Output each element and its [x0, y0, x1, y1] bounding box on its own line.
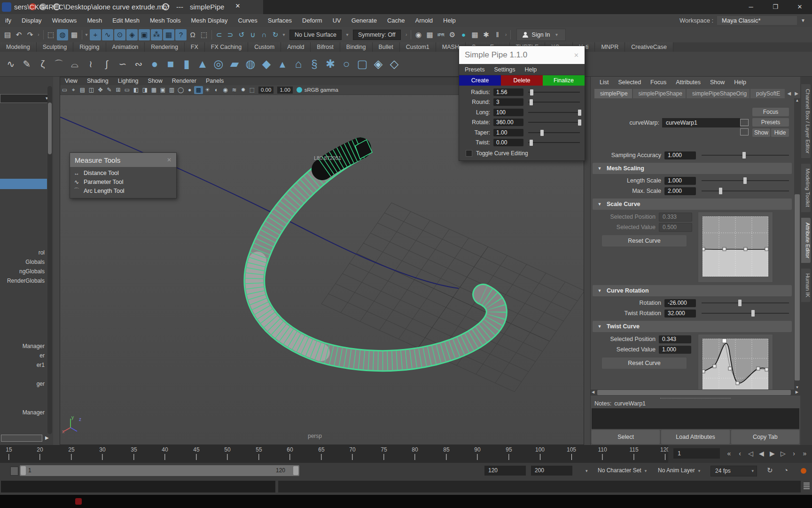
fps-dropdown[interactable]: 24 fps▾ [710, 466, 757, 476]
copy-tab-button[interactable]: Copy Tab [731, 430, 799, 444]
chevron-down-icon[interactable]: ▾ [586, 468, 588, 473]
menu-modify[interactable]: ify [0, 17, 16, 24]
selected-face-highlight[interactable] [322, 140, 372, 169]
reset-curve-button[interactable]: Reset Curve [602, 357, 687, 369]
parameter-field[interactable]: 100 [493, 109, 523, 116]
parameter-slider[interactable] [528, 119, 580, 126]
distance-tool-item[interactable]: ↔ Distance Tool [70, 168, 176, 177]
polygon-plane-icon[interactable]: ▰ [226, 55, 242, 73]
polygon-gear-icon[interactable]: ✱ [322, 55, 338, 73]
scrollbar-thumb[interactable] [597, 390, 791, 395]
measure-tools-header[interactable]: Measure Tools ✕ [70, 153, 176, 167]
textured-icon[interactable]: ▩ [194, 86, 203, 94]
menu-arnold[interactable]: Arnold [410, 17, 438, 24]
ae-tab-simplepipe[interactable]: simplePipe [594, 89, 632, 98]
parameter-slider[interactable] [528, 99, 580, 105]
list-item[interactable]: rol [39, 249, 45, 256]
step-forward-frame-button[interactable]: › [789, 448, 799, 459]
polygon-prism-icon[interactable]: ⌂ [290, 55, 306, 73]
ae-menu-attributes[interactable]: Attributes [671, 79, 705, 86]
panel-menu-lighting[interactable]: Lighting [113, 77, 143, 85]
snap-together-icon[interactable]: ⁂ [151, 29, 162, 40]
shelf-tab-creativecase[interactable]: CreativeCase [625, 42, 673, 52]
ep-curve-tool-icon[interactable]: ∿ [3, 55, 19, 73]
left-panel-vertical-scrollbar[interactable] [47, 86, 52, 434]
chevron-down-icon[interactable]: ▼ [593, 324, 607, 329]
play-backwards-button[interactable]: ◀ [756, 448, 767, 459]
dropdown-arrow-icon[interactable]: ▾ [84, 29, 89, 40]
attribute-field[interactable]: 2.000 [664, 187, 696, 195]
view-transform-value[interactable]: sRGB gamma [304, 87, 338, 93]
close-icon[interactable]: ✕ [167, 157, 172, 163]
two-point-arc-icon[interactable]: ⌒ [51, 55, 67, 73]
panel-menu-shading[interactable]: Shading [82, 77, 113, 85]
snap-to-projected-center-icon[interactable]: ◈ [126, 29, 138, 40]
render-settings-icon[interactable]: ⚙ [447, 29, 458, 40]
attribute-editor-horizontal-scrollbar[interactable]: ◀ ▶ [591, 389, 800, 396]
attribute-field[interactable]: 32.000 [664, 310, 696, 318]
gamma-field[interactable]: 1.00 [277, 87, 292, 94]
pencil-curve-tool-icon[interactable]: ✎ [19, 55, 35, 73]
attribute-slider[interactable] [702, 187, 789, 195]
dropdown-arrow-icon[interactable]: ▾ [281, 29, 287, 40]
snap-to-curve-icon[interactable]: ∿ [102, 29, 113, 40]
input-connections-icon[interactable]: ⊂ [213, 29, 225, 40]
playback-speed-icon[interactable]: ◔ [784, 466, 788, 474]
parameter-slider[interactable] [528, 129, 580, 136]
step-back-key-button[interactable]: ◁ [745, 448, 756, 459]
divider[interactable] [409, 29, 413, 40]
anim-layers-icon[interactable]: ∩ [258, 29, 270, 40]
playback-end-field[interactable]: 200 [531, 466, 572, 476]
launch-utility-icon[interactable]: ✱ [481, 29, 492, 40]
anti-alias-icon[interactable]: ≋ [230, 86, 239, 94]
motion-blur-icon[interactable]: ✸ [239, 86, 248, 94]
shelf-tab-fx-caching[interactable]: FX Caching [205, 42, 248, 52]
slider-handle[interactable] [540, 130, 544, 136]
hide-button[interactable]: Hide [771, 128, 789, 137]
gate-mask-icon[interactable]: ◨ [141, 86, 149, 94]
go-to-end-button[interactable]: » [799, 448, 810, 459]
shelf-tab-modeling[interactable]: Modeling [0, 42, 37, 52]
output-connection-icon[interactable] [740, 128, 749, 135]
menu-edit-mesh[interactable]: Edit Mesh [107, 17, 145, 24]
polygon-torus-icon[interactable]: ◎ [211, 55, 226, 73]
close-icon[interactable]: ✕ [574, 52, 579, 59]
slider-handle[interactable] [719, 188, 722, 194]
curve-fillet-icon[interactable]: ≀ [83, 55, 99, 73]
notes-resize-handle[interactable] [660, 398, 731, 398]
notes-textarea[interactable] [592, 408, 799, 429]
exposure-field[interactable]: 0.00 [258, 87, 273, 94]
range-start-handle[interactable] [21, 466, 26, 475]
ae-tab-polysofte[interactable]: polySoftE [750, 89, 785, 98]
divider[interactable] [210, 29, 213, 40]
polygon-cube-icon[interactable]: ■ [163, 55, 179, 73]
list-item[interactable]: Manager [23, 343, 45, 349]
shelf-tab-custom1[interactable]: Custom1 [400, 42, 436, 52]
chevron-down-icon[interactable]: ▼ [593, 202, 607, 206]
parameter-slider[interactable] [528, 139, 580, 146]
go-to-start-button[interactable]: « [724, 448, 734, 459]
grease-pencil-icon[interactable]: ✎ [105, 86, 114, 94]
time-slider-ruler[interactable]: 15 20 25 30 35 40 45 50 [0, 445, 668, 463]
grid-icon[interactable]: ⊞ [114, 86, 123, 94]
workspace-value[interactable]: Maya Classic* [717, 16, 797, 25]
shelf-tab-fx[interactable]: FX [185, 42, 205, 52]
lights-icon[interactable]: ☀ [203, 86, 212, 94]
section-header-curve-rotation[interactable]: ▼ Curve Rotation [593, 285, 792, 296]
minimize-button[interactable]: ─ [739, 0, 763, 14]
node-name-field[interactable]: curveWarp1 [662, 118, 740, 127]
attribute-slider[interactable] [702, 151, 789, 159]
wireframe-icon[interactable]: ◯ [176, 86, 185, 94]
step-forward-key-button[interactable]: ▷ [778, 448, 789, 459]
snap-to-point-icon[interactable]: ⊙ [114, 29, 125, 40]
safe-title-icon[interactable]: ▥ [167, 86, 176, 94]
attribute-slider[interactable] [702, 310, 789, 317]
workspace-selector[interactable]: Workspace : Maya Classic* ▼ [679, 16, 805, 25]
tab-scroll-right-icon[interactable]: ▶ [793, 89, 800, 98]
slider-handle[interactable] [578, 119, 581, 126]
chevron-down-icon[interactable]: ▾ [554, 29, 560, 40]
seams-easy-alt-icon[interactable]: ◇ [386, 55, 402, 73]
menu-mesh[interactable]: Mesh [82, 17, 107, 24]
polygon-helix-icon[interactable]: § [306, 55, 322, 73]
taskbar-app-icon[interactable] [75, 498, 82, 505]
